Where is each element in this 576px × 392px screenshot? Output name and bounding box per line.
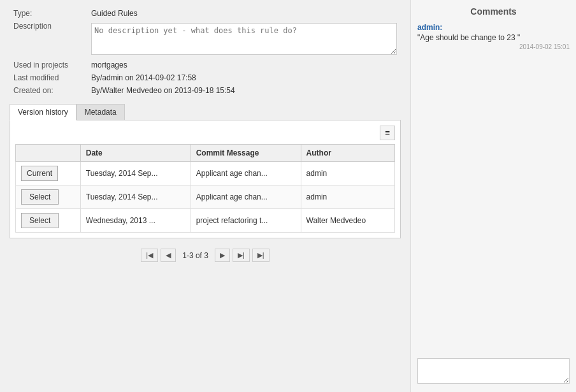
tabs-bar: Version history Metadata [10,104,401,120]
comment-date: 2014-09-02 15:01 [417,43,570,50]
tab-metadata[interactable]: Metadata [76,104,125,120]
meta-table: Type: Guided Rules Description Used in p… [10,6,401,98]
pagination-next[interactable]: ▶ [215,249,230,262]
tab-version-history[interactable]: Version history [10,104,76,120]
row-commit: Applicant age chan... [191,185,301,209]
col-header-author: Author [301,145,394,162]
col-header-date: Date [80,145,191,162]
toolbar-row: ≡ [15,126,395,140]
comment-input-area [417,352,570,386]
select-button-2[interactable]: Select [21,213,59,228]
used-in-label: Used in projects [11,59,87,71]
type-label: Type: [11,8,87,19]
pagination-fast-next[interactable]: ▶| [233,249,250,262]
comment-text: "Age should be change to 23 " [417,33,570,42]
created-label: Created on: [11,85,87,96]
comment-textarea[interactable] [417,358,570,384]
row-author: Walter Medvedeo [301,209,394,233]
pagination-info: 1-3 of 3 [182,251,208,260]
pagination-prev[interactable]: ◀ [161,249,176,262]
table-row: Current Tuesday, 2014 Sep... Applicant a… [16,162,395,185]
select-button-1[interactable]: Select [21,189,59,205]
row-author: admin [301,162,394,185]
table-row: Select Wednesday, 2013 ... project refac… [16,209,395,233]
comment-author: admin: [417,23,570,32]
last-modified-value: By/admin on 2014-09-02 17:58 [89,72,400,83]
description-textarea[interactable] [91,23,397,55]
pagination-bar: |◀ ◀ 1-3 of 3 ▶ ▶| ▶| [10,245,401,266]
comment-entry: admin: "Age should be change to 23 " 201… [417,23,570,50]
created-value: By/Walter Medvedeo on 2013-09-18 15:54 [89,85,400,96]
used-in-value: mortgages [89,59,400,71]
description-label: Description [11,20,87,58]
tab-content: ≡ Date Commit Message Author Current Tue… [10,120,401,238]
row-date: Tuesday, 2014 Sep... [80,162,191,185]
pagination-last[interactable]: ▶| [252,249,270,262]
comments-title: Comments [417,6,570,17]
row-commit: project refactoring t... [191,209,301,233]
last-modified-label: Last modified [11,72,87,83]
row-date: Wednesday, 2013 ... [80,209,191,233]
type-value: Guided Rules [89,8,400,19]
pagination-first[interactable]: |◀ [141,249,158,262]
row-date: Tuesday, 2014 Sep... [80,185,191,209]
comments-panel: Comments admin: "Age should be change to… [410,0,576,392]
current-button[interactable]: Current [21,166,58,181]
version-table: Date Commit Message Author Current Tuesd… [15,144,395,233]
col-header-commit: Commit Message [191,145,301,162]
row-author: admin [301,185,394,209]
row-commit: Applicant age chan... [191,162,301,185]
list-view-button[interactable]: ≡ [380,126,395,140]
col-header-action [16,145,81,162]
table-row: Select Tuesday, 2014 Sep... Applicant ag… [16,185,395,209]
